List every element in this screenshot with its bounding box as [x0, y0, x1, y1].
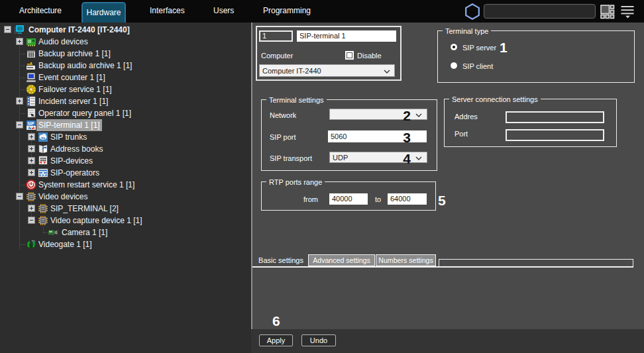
svg-text:SIP: SIP	[27, 121, 34, 126]
